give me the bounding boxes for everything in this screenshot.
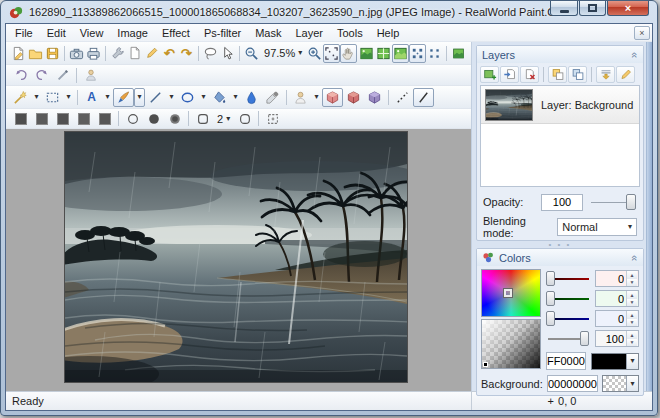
open-file-button[interactable] <box>27 44 44 63</box>
line-tool-button[interactable] <box>145 88 166 107</box>
import-layer-button[interactable] <box>500 66 519 83</box>
menu-view[interactable]: View <box>73 25 111 41</box>
delete-layer-button[interactable] <box>520 66 539 83</box>
fit-window-button[interactable] <box>323 44 340 63</box>
measure-button[interactable] <box>52 66 73 85</box>
luminance-alpha-pad[interactable] <box>481 319 541 369</box>
menu-layer[interactable]: Layer <box>288 25 330 41</box>
collapse-icon[interactable]: « <box>629 254 641 260</box>
close-button[interactable]: × <box>607 1 649 16</box>
panel-scrollbar[interactable] <box>646 42 652 391</box>
line-tool-options-button[interactable]: ▾ <box>166 88 177 107</box>
layer-mode-2-button[interactable] <box>343 88 364 107</box>
avatar-tool-button[interactable] <box>80 66 101 85</box>
view-single-button[interactable] <box>392 44 409 63</box>
lasso-button[interactable] <box>202 44 219 63</box>
eyedropper-button[interactable] <box>262 88 283 107</box>
texture-swatch-4-button[interactable] <box>73 109 94 128</box>
spin-up-icon[interactable]: ▲ <box>627 331 637 339</box>
brush-tool-options-button[interactable]: ▾ <box>134 88 145 107</box>
magic-wand-options-button[interactable]: ▾ <box>31 88 42 107</box>
luminance-selector[interactable] <box>483 362 488 367</box>
menu-ps-filter[interactable]: Ps-filter <box>197 25 248 41</box>
zoom-in-button[interactable] <box>306 44 323 63</box>
blank-document-button[interactable] <box>126 44 143 63</box>
pointer-button[interactable] <box>219 44 236 63</box>
solid-line-style-button[interactable] <box>413 88 434 107</box>
brush-shape-soft-button[interactable] <box>164 109 185 128</box>
brush-shape-solid-button[interactable] <box>143 109 164 128</box>
hue-picker-pad[interactable] <box>481 269 541 317</box>
points-toggle-button[interactable] <box>426 44 443 63</box>
fill-tool-button[interactable] <box>209 88 230 107</box>
slider-thumb[interactable] <box>580 331 589 346</box>
red-value-input[interactable] <box>596 271 626 286</box>
brush-tool-button[interactable] <box>113 88 134 107</box>
slider-thumb[interactable] <box>546 311 555 326</box>
menu-edit[interactable]: Edit <box>40 25 73 41</box>
shape-tool-options-button[interactable]: ▾ <box>198 88 209 107</box>
spin-down-icon[interactable]: ▼ <box>627 339 637 347</box>
thumbnail-view-button[interactable] <box>450 44 467 63</box>
retouch-tool-button[interactable] <box>290 88 311 107</box>
rotate-ccw-button[interactable] <box>10 66 31 85</box>
add-layer-button[interactable] <box>480 66 499 83</box>
menu-effect[interactable]: Effect <box>155 25 197 41</box>
stroke-width-combobox[interactable]: 2 ▾ <box>213 112 234 126</box>
blending-mode-select[interactable]: Normal ▾ <box>557 218 637 236</box>
texture-swatch-3-button[interactable] <box>52 109 73 128</box>
print-button[interactable] <box>85 44 102 63</box>
slider-thumb[interactable] <box>626 194 636 210</box>
view-image-button[interactable] <box>357 44 374 63</box>
select-tool-options-button[interactable]: ▾ <box>63 88 74 107</box>
texture-swatch-1-button[interactable] <box>10 109 31 128</box>
collapse-icon[interactable]: « <box>629 51 641 57</box>
texture-swatch-5-button[interactable] <box>94 109 115 128</box>
title-bar[interactable]: 162890_113389862066515_100001865068834_1… <box>1 1 657 23</box>
retouch-tool-options-button[interactable]: ▾ <box>311 88 322 107</box>
opacity-input[interactable] <box>542 195 582 210</box>
text-tool-options-button[interactable]: ▾ <box>102 88 113 107</box>
pattern-button[interactable] <box>262 109 283 128</box>
spin-down-icon[interactable]: ▼ <box>627 299 637 307</box>
adjust-tool-button[interactable] <box>109 44 126 63</box>
minimize-button[interactable] <box>550 1 578 16</box>
spin-down-icon[interactable]: ▼ <box>627 319 637 327</box>
undo-button[interactable]: ↶ <box>161 44 178 63</box>
text-tool-button[interactable]: A <box>81 88 102 107</box>
hue-selector[interactable] <box>504 289 512 297</box>
water-drop-button[interactable] <box>241 88 262 107</box>
save-file-button[interactable] <box>44 44 61 63</box>
menu-file[interactable]: File <box>8 25 40 41</box>
acquire-image-button[interactable] <box>68 44 85 63</box>
rotate-cw-button[interactable] <box>31 66 52 85</box>
green-value-input[interactable] <box>596 291 626 306</box>
fill-tool-options-button[interactable]: ▾ <box>230 88 241 107</box>
menu-help[interactable]: Help <box>370 25 407 41</box>
select-tool-button[interactable] <box>42 88 63 107</box>
panel-splitter[interactable]: • • • <box>476 241 644 248</box>
spin-up-icon[interactable]: ▲ <box>627 291 637 299</box>
new-image-button[interactable] <box>10 44 27 63</box>
outline-style-button[interactable] <box>192 109 213 128</box>
texture-swatch-2-button[interactable] <box>31 109 52 128</box>
layer-row-background[interactable]: Layer: Background <box>481 86 639 124</box>
outline-style-2-button[interactable] <box>234 109 255 128</box>
red-slider[interactable] <box>546 270 591 287</box>
spin-down-icon[interactable]: ▼ <box>627 279 637 287</box>
alpha-value-input[interactable] <box>596 331 626 346</box>
alpha-slider[interactable] <box>546 330 591 347</box>
magic-wand-button[interactable] <box>10 88 31 107</box>
zoom-out-button[interactable] <box>243 44 260 63</box>
canvas-area[interactable] <box>6 129 471 391</box>
opacity-slider[interactable] <box>589 194 637 211</box>
shape-tool-button[interactable] <box>177 88 198 107</box>
green-slider[interactable] <box>546 290 591 307</box>
spin-up-icon[interactable]: ▲ <box>627 271 637 279</box>
edit-layer-button[interactable] <box>616 66 635 83</box>
document-close-button[interactable]: × <box>634 26 650 40</box>
background-swatch[interactable]: ▾ <box>602 375 639 392</box>
layer-mode-3-button[interactable] <box>364 88 385 107</box>
edit-document-button[interactable] <box>144 44 161 63</box>
pan-button[interactable] <box>340 44 357 63</box>
